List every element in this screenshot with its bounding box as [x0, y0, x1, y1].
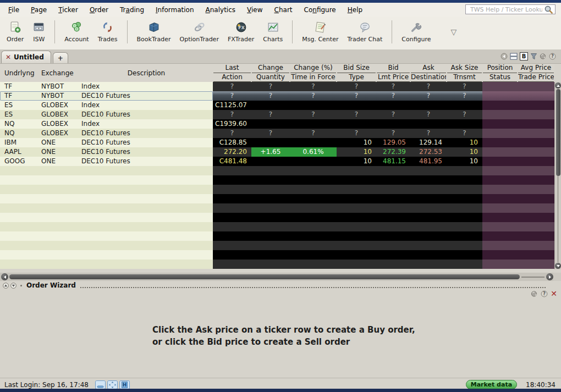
cell-exchange[interactable]: GLOBEX [38, 129, 80, 138]
pan-hand-icon[interactable] [540, 53, 547, 60]
cell-ask[interactable]: ? [410, 110, 447, 119]
scroll-right-button[interactable] [546, 273, 553, 280]
panel-expand-icon[interactable] [3, 283, 9, 289]
menu-trading[interactable]: Trading [115, 4, 149, 15]
column-header-bid[interactable]: BidLmt Price [376, 64, 410, 82]
tab-untitled[interactable]: ✕ Untitled [1, 51, 51, 63]
cell-last[interactable]: C1125.07 [213, 101, 251, 110]
column-header-exchange[interactable]: Exchange [38, 69, 80, 77]
scroll-down-button[interactable] [555, 263, 561, 269]
column-header-avg-price[interactable]: Avg PriceTrade Price [518, 64, 554, 82]
cell-bid[interactable]: 129.05 [376, 138, 410, 147]
column-header-change-%-[interactable]: Change (%)Time in Force [290, 64, 337, 82]
column-header-undrlyng[interactable]: Undrlyng [0, 69, 38, 77]
cell-ask-size[interactable]: ? [447, 129, 482, 138]
cell-underlying[interactable]: NQ [0, 119, 38, 129]
panel-collapse-icon[interactable] [10, 283, 16, 289]
search-input[interactable] [469, 5, 543, 14]
menu-file[interactable]: File [3, 4, 24, 15]
cell-change-pct[interactable]: ? [290, 82, 337, 91]
cell-bid[interactable]: ? [376, 91, 410, 101]
cell-bid-size[interactable]: 10 [337, 157, 376, 166]
cell-bid[interactable]: 481.15 [376, 157, 410, 166]
vertical-scroll-thumb[interactable] [556, 89, 560, 176]
cell-ask[interactable]: 481.95 [410, 157, 447, 166]
cell-description[interactable]: Index [80, 101, 213, 110]
cell-last[interactable]: ? [213, 110, 251, 119]
column-header-position[interactable]: PositionStatus [482, 64, 518, 82]
cell-underlying[interactable]: TF [0, 91, 38, 101]
cell-exchange[interactable]: GLOBEX [38, 101, 80, 110]
column-header-change[interactable]: ChangeQuantity [251, 64, 290, 82]
cell-ask[interactable]: 272.53 [410, 147, 447, 157]
cell-change-pct[interactable]: ? [290, 110, 337, 119]
cell-ask-size[interactable]: ? [447, 110, 482, 119]
toolbar-button-trader-chat[interactable]: Trader Chat [343, 19, 386, 44]
menu-analytics[interactable]: Analytics [201, 4, 241, 15]
minimized-window-icon[interactable] [95, 380, 106, 389]
cell-change[interactable]: ? [251, 110, 290, 119]
toolbar-button-trades[interactable]: Trades [94, 19, 122, 44]
cell-description[interactable]: DEC10 Futures [80, 110, 213, 119]
magnifier-icon[interactable] [543, 4, 553, 14]
menu-configure[interactable]: Configure [299, 4, 341, 15]
horizontal-scrollbar[interactable] [0, 273, 561, 281]
column-header-ask-size[interactable]: Ask SizeTrnsmt [447, 64, 482, 82]
cell-bid[interactable]: ? [376, 129, 410, 138]
filter-icon[interactable] [530, 53, 537, 60]
help-icon[interactable]: ? [549, 53, 556, 60]
cell-change-pct[interactable]: ? [290, 129, 337, 138]
ticker-row[interactable]: NQGLOBEXIndexC1939.60 [0, 119, 554, 129]
cell-ask[interactable]: ? [410, 82, 447, 91]
toolbar-button-account[interactable]: Account [61, 19, 92, 44]
cell-bid-size[interactable]: 10 [337, 147, 376, 157]
toolbar-button-configure[interactable]: Configure [398, 19, 435, 44]
cell-exchange[interactable]: NYBOT [38, 91, 80, 101]
cell-exchange[interactable]: GLOBEX [38, 119, 80, 129]
cell-ask-size[interactable]: 10 [447, 157, 482, 166]
menu-page[interactable]: Page [26, 4, 52, 15]
toolbar-button-charts[interactable]: Charts [259, 19, 287, 44]
cell-ask[interactable]: 129.14 [410, 138, 447, 147]
toolbar-button-fxtrader[interactable]: FXFXTrader [224, 19, 258, 44]
cell-underlying[interactable]: NQ [0, 129, 38, 138]
cell-description[interactable]: DEC10 Futures [80, 138, 213, 147]
cell-description[interactable]: DEC10 Futures [80, 129, 213, 138]
vertical-scroll-track[interactable] [558, 176, 558, 262]
cell-change[interactable]: ? [251, 82, 290, 91]
tab-close-icon[interactable]: ✕ [6, 53, 11, 61]
menu-ticker[interactable]: Ticker [53, 4, 83, 15]
ticker-row[interactable]: IBMONEDEC10 FuturesC128.8510129.05129.14… [0, 138, 554, 147]
cell-bid-size[interactable]: ? [337, 129, 376, 138]
cell-underlying[interactable]: TF [0, 82, 38, 91]
cell-change[interactable]: ? [251, 91, 290, 101]
cell-exchange[interactable]: ONE [38, 157, 80, 166]
menu-view[interactable]: View [242, 4, 267, 15]
menu-chart[interactable]: Chart [270, 4, 298, 15]
cell-last[interactable]: ? [213, 82, 251, 91]
close-panel-icon[interactable]: ✕ [551, 290, 557, 297]
cell-ask-size[interactable]: ? [447, 91, 482, 101]
cell-exchange[interactable]: ONE [38, 147, 80, 157]
cell-exchange[interactable]: GLOBEX [38, 110, 80, 119]
cell-last[interactable]: ? [213, 91, 251, 101]
hold-icon[interactable]: H [119, 380, 130, 389]
cell-ask[interactable]: ? [410, 129, 447, 138]
ticker-row[interactable]: GOOGONEDEC10 FuturesC481.4810481.15481.9… [0, 157, 554, 166]
cell-ask[interactable]: ? [410, 91, 447, 101]
cell-description[interactable]: DEC10 Futures [80, 91, 213, 101]
menu-order[interactable]: Order [85, 4, 113, 15]
cell-underlying[interactable]: GOOG [0, 157, 38, 166]
help-icon[interactable]: ? [541, 290, 548, 297]
toolbar-button-optiontrader[interactable]: OptionTrader [176, 19, 223, 44]
cell-description[interactable]: DEC10 Futures [80, 147, 213, 157]
column-header-ask[interactable]: AskDestination [410, 64, 447, 82]
add-tab-button[interactable]: + [53, 52, 68, 63]
cell-bid-size[interactable]: 10 [337, 138, 376, 147]
cell-underlying[interactable]: ES [0, 110, 38, 119]
cell-bid-size[interactable]: ? [337, 82, 376, 91]
split-layout-icon[interactable] [510, 53, 518, 60]
cell-underlying[interactable]: IBM [0, 138, 38, 147]
ticker-row[interactable]: ESGLOBEXIndexC1125.07 [0, 101, 554, 110]
cell-ask-size[interactable]: 10 [447, 147, 482, 157]
